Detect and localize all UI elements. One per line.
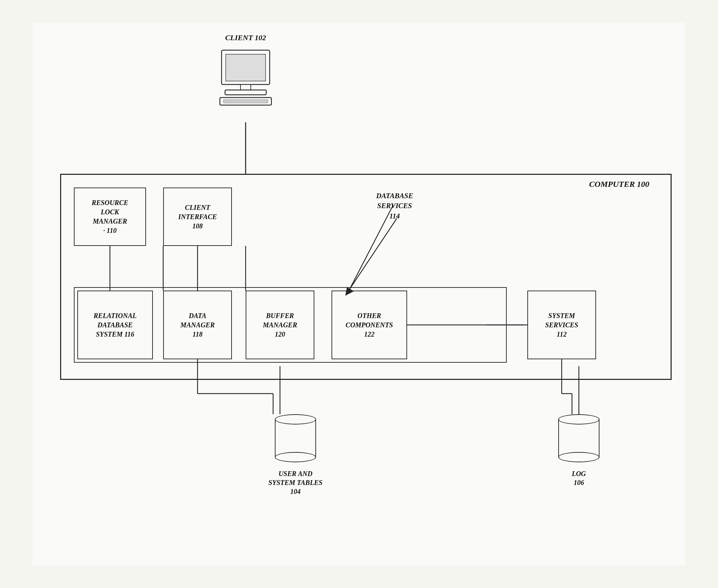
log-label: LOG106: [551, 469, 606, 487]
client-label: CLIENT 102: [204, 33, 287, 43]
cylinder-shape: [275, 414, 316, 462]
relational-db-box: RELATIONALDATABASESYSTEM 116: [77, 291, 153, 359]
log-cylinder-shape: [558, 414, 599, 462]
svg-rect-13: [223, 100, 268, 103]
diagram-container: CLIENT 102 COMPUTER 100 DATABASESERVICES…: [33, 23, 685, 565]
cylinder-bottom: [275, 452, 316, 462]
resource-lock-manager-box: RESOURCE LOCK MANAGER · 110: [74, 188, 146, 246]
buffer-manager-box: BUFFERMANAGER120: [246, 291, 314, 359]
log-cylinder-top: [558, 414, 599, 425]
log-cylinder-bottom: [558, 452, 599, 462]
user-tables-label: USER ANDSYSTEM TABLES104: [253, 469, 338, 496]
data-manager-box: DATAMANAGER118: [163, 291, 232, 359]
log-cylinder-body: [558, 419, 599, 457]
cylinder-body: [275, 419, 316, 457]
system-services-box: SYSTEMSERVICES112: [527, 291, 596, 359]
user-tables-cylinder: USER ANDSYSTEM TABLES104: [253, 414, 338, 489]
log-cylinder: LOG106: [551, 414, 606, 480]
svg-rect-9: [226, 54, 266, 81]
computer-label: COMPUTER 100: [589, 179, 649, 190]
client-interface-box: CLIENTINTERFACE108: [163, 188, 232, 246]
monitor-icon: [215, 47, 277, 124]
other-components-box: OTHERCOMPONENTS122: [332, 291, 407, 359]
svg-rect-11: [225, 90, 266, 95]
database-services-label: DATABASESERVICES114: [376, 191, 413, 221]
cylinder-top: [275, 414, 316, 425]
